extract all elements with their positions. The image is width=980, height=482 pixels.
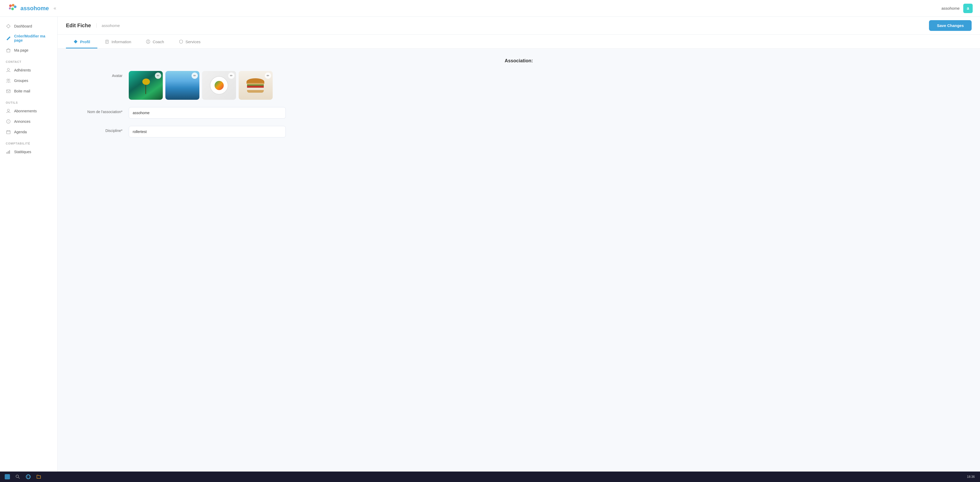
tab-services[interactable]: Services (172, 35, 208, 48)
avatar-image-3: ✏ (202, 71, 236, 100)
top-header: assohome « assohome a (0, 0, 980, 17)
sidebar-item-label: Statitiques (14, 150, 31, 154)
header-right: assohome a (942, 4, 973, 13)
section-label-contact: CONTACT (0, 56, 57, 65)
logo-area: assohome « (7, 3, 56, 14)
sidebar-item-label: Dashboard (14, 24, 32, 28)
person-icon (6, 67, 11, 73)
avatar-edit-button-4[interactable]: ✏ (265, 72, 271, 79)
section-label-outils: OUTILS (0, 96, 57, 106)
sidebar-item-label: Annonces (14, 120, 30, 124)
svg-rect-6 (7, 49, 10, 52)
svg-rect-12 (8, 112, 9, 112)
edit-title: Edit Fiche (66, 22, 91, 29)
svg-text:!: ! (8, 120, 9, 123)
form-area: Association: Avatar ✏ (57, 49, 980, 471)
svg-rect-20 (9, 150, 10, 154)
svg-point-29 (16, 475, 19, 477)
svg-point-9 (8, 79, 10, 81)
sidebar-item-groupes[interactable]: Groupes (0, 75, 57, 86)
avatar-edit-button-2[interactable]: ✏ (192, 72, 198, 79)
taskbar-browser[interactable] (24, 472, 32, 481)
svg-rect-18 (6, 152, 7, 154)
svg-point-3 (11, 8, 14, 10)
taskbar: 18:36 (0, 471, 980, 482)
sidebar-item-statistiques[interactable]: Statitiques (0, 147, 57, 157)
sidebar-item-annonces[interactable]: ! Annonces (0, 116, 57, 127)
discipline-input[interactable] (129, 126, 286, 137)
svg-rect-10 (6, 90, 10, 93)
svg-point-0 (9, 5, 12, 7)
tab-information[interactable]: Information (97, 35, 138, 48)
avatar-image-4: ✏ (239, 71, 273, 100)
svg-rect-28 (5, 474, 10, 479)
sidebar-item-label: Ma page (14, 48, 28, 53)
mail-icon (6, 88, 11, 94)
tab-label: Services (186, 40, 201, 44)
person-circle-tab-icon (146, 39, 151, 44)
svg-rect-15 (6, 131, 10, 134)
avatar-row: Avatar ✏ ✏ (70, 71, 967, 100)
svg-point-11 (7, 109, 10, 111)
taskbar-start[interactable] (3, 472, 11, 481)
logo-icon (7, 3, 18, 14)
section-title: Association: (70, 58, 967, 64)
diamond-tab-icon (73, 39, 78, 44)
info-icon: ! (6, 119, 11, 124)
group-icon (6, 78, 11, 83)
taskbar-search[interactable] (14, 472, 22, 481)
shield-tab-icon (179, 39, 183, 44)
tab-label: Coach (153, 40, 164, 44)
header-avatar[interactable]: a (963, 4, 973, 13)
tab-label: Profil (80, 40, 90, 44)
building-icon (6, 48, 11, 53)
avatar-edit-button-1[interactable]: ✏ (155, 72, 161, 79)
svg-point-32 (27, 475, 29, 479)
sidebar-collapse-button[interactable]: « (54, 5, 56, 11)
sidebar-item-boite-mail[interactable]: Boite mail (0, 86, 57, 96)
sidebar-item-abonnements[interactable]: Abonnements (0, 106, 57, 116)
taskbar-files[interactable] (35, 472, 43, 481)
svg-point-7 (7, 68, 10, 70)
tab-profil[interactable]: Profil (66, 35, 97, 48)
main-layout: Dashboard Créer/Modifier ma page Ma page… (0, 17, 980, 471)
avatar-grid: ✏ ✏ ✏ (129, 71, 273, 100)
sidebar: Dashboard Créer/Modifier ma page Ma page… (0, 17, 57, 471)
edit-subtitle: assohome (96, 23, 120, 28)
chart-icon (6, 149, 11, 155)
avatar-image-1: ✏ (129, 71, 163, 100)
logo-text: assohome (21, 5, 49, 12)
svg-point-1 (12, 4, 14, 6)
nom-association-label: Nom de l'association* (70, 107, 123, 114)
clipboard-tab-icon (105, 39, 110, 44)
avatar-edit-button-3[interactable]: ✏ (228, 72, 234, 79)
sidebar-item-create-page[interactable]: Créer/Modifier ma page (0, 32, 57, 45)
sidebar-item-label: Adhérents (14, 68, 31, 72)
nom-association-input[interactable] (129, 107, 286, 119)
svg-point-8 (7, 79, 8, 81)
taskbar-time: 18:36 (967, 475, 977, 479)
discipline-label: Discipline* (70, 126, 123, 133)
sidebar-item-dashboard[interactable]: Dashboard (0, 21, 57, 32)
sidebar-item-agenda[interactable]: Agenda (0, 127, 57, 137)
avatar-label: Avatar (70, 71, 123, 78)
svg-rect-19 (8, 151, 9, 154)
content-area: Edit Fiche assohome Save Changes Profil (57, 17, 980, 471)
save-changes-button[interactable]: Save Changes (929, 20, 972, 31)
nom-association-row: Nom de l'association* (70, 107, 967, 119)
tab-label: Information (111, 40, 131, 44)
tab-area: Profil Information Coach (57, 35, 980, 49)
sidebar-item-adherents[interactable]: Adhérents (0, 65, 57, 75)
svg-point-2 (14, 5, 16, 8)
pencil-icon (6, 36, 11, 41)
tab-coach[interactable]: Coach (138, 35, 171, 48)
svg-point-27 (148, 41, 149, 42)
section-label-comptabilite: COMPTABILITÉ (0, 137, 57, 147)
svg-marker-5 (6, 24, 10, 28)
sidebar-item-ma-page[interactable]: Ma page (0, 45, 57, 56)
svg-marker-21 (74, 40, 78, 43)
sidebar-item-label: Groupes (14, 78, 28, 83)
discipline-row: Discipline* (70, 126, 967, 137)
svg-point-4 (9, 7, 11, 10)
calendar-icon (6, 129, 11, 134)
